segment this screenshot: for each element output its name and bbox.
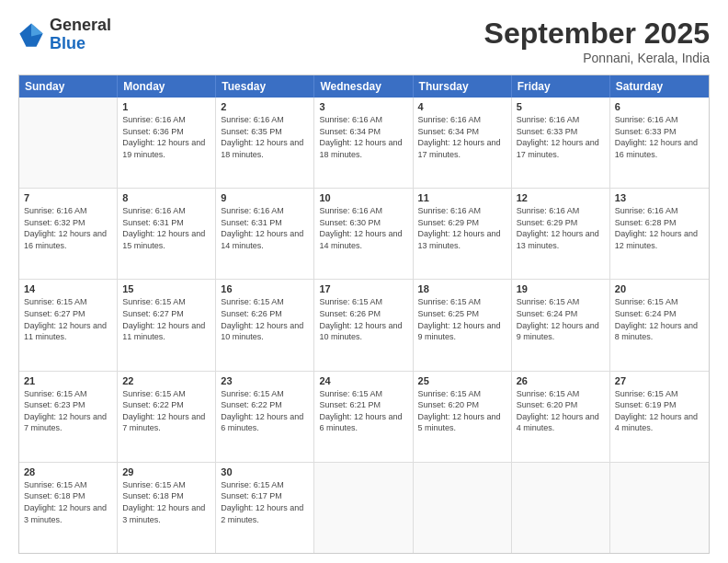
- table-row: 14Sunrise: 6:15 AM Sunset: 6:27 PM Dayli…: [19, 280, 118, 370]
- day-number: 16: [221, 283, 309, 294]
- logo: General Blue: [18, 17, 111, 53]
- day-number: 2: [221, 101, 309, 112]
- table-row: 1Sunrise: 6:16 AM Sunset: 6:36 PM Daylig…: [118, 98, 216, 188]
- logo-icon: [18, 22, 44, 48]
- day-header-tuesday: Tuesday: [216, 75, 314, 98]
- day-number: 8: [122, 192, 210, 203]
- day-number: 25: [418, 375, 506, 386]
- table-row: 29Sunrise: 6:15 AM Sunset: 6:18 PM Dayli…: [118, 463, 216, 553]
- week-row-2: 14Sunrise: 6:15 AM Sunset: 6:27 PM Dayli…: [19, 279, 709, 370]
- table-row: 13Sunrise: 6:16 AM Sunset: 6:28 PM Dayli…: [610, 189, 709, 279]
- table-row: 24Sunrise: 6:15 AM Sunset: 6:21 PM Dayli…: [314, 372, 413, 462]
- day-number: 1: [122, 101, 210, 112]
- table-row: 6Sunrise: 6:16 AM Sunset: 6:33 PM Daylig…: [610, 98, 709, 188]
- day-number: 30: [221, 466, 309, 477]
- table-row: 21Sunrise: 6:15 AM Sunset: 6:23 PM Dayli…: [19, 372, 118, 462]
- cell-info: Sunrise: 6:15 AM Sunset: 6:20 PM Dayligh…: [418, 388, 506, 434]
- day-number: 11: [418, 192, 506, 203]
- cell-info: Sunrise: 6:15 AM Sunset: 6:25 PM Dayligh…: [418, 296, 506, 342]
- cell-info: Sunrise: 6:15 AM Sunset: 6:18 PM Dayligh…: [24, 479, 112, 525]
- table-row: 3Sunrise: 6:16 AM Sunset: 6:34 PM Daylig…: [314, 98, 413, 188]
- day-number: 14: [24, 283, 112, 294]
- table-row: 12Sunrise: 6:16 AM Sunset: 6:29 PM Dayli…: [512, 189, 610, 279]
- header: General Blue September 2025 Ponnani, Ker…: [18, 17, 710, 65]
- day-number: 19: [517, 283, 605, 294]
- day-number: 23: [221, 375, 309, 386]
- cell-info: Sunrise: 6:15 AM Sunset: 6:22 PM Dayligh…: [122, 388, 210, 434]
- day-header-thursday: Thursday: [414, 75, 512, 98]
- day-header-wednesday: Wednesday: [314, 75, 413, 98]
- cell-info: Sunrise: 6:16 AM Sunset: 6:34 PM Dayligh…: [319, 114, 407, 160]
- location: Ponnani, Kerala, India: [484, 51, 710, 65]
- day-number: 17: [319, 283, 407, 294]
- calendar-header: SundayMondayTuesdayWednesdayThursdayFrid…: [19, 75, 709, 98]
- table-row: 18Sunrise: 6:15 AM Sunset: 6:25 PM Dayli…: [414, 280, 512, 370]
- table-row: 22Sunrise: 6:15 AM Sunset: 6:22 PM Dayli…: [118, 372, 216, 462]
- cell-info: Sunrise: 6:16 AM Sunset: 6:32 PM Dayligh…: [24, 205, 112, 251]
- cell-info: Sunrise: 6:15 AM Sunset: 6:26 PM Dayligh…: [221, 296, 309, 342]
- table-row: 7Sunrise: 6:16 AM Sunset: 6:32 PM Daylig…: [19, 189, 118, 279]
- table-row: 9Sunrise: 6:16 AM Sunset: 6:31 PM Daylig…: [216, 189, 314, 279]
- table-row: 26Sunrise: 6:15 AM Sunset: 6:20 PM Dayli…: [512, 372, 610, 462]
- day-number: 21: [24, 375, 112, 386]
- cell-info: Sunrise: 6:15 AM Sunset: 6:17 PM Dayligh…: [221, 479, 309, 525]
- day-number: 18: [418, 283, 506, 294]
- day-header-sunday: Sunday: [19, 75, 118, 98]
- table-row: 23Sunrise: 6:15 AM Sunset: 6:22 PM Dayli…: [216, 372, 314, 462]
- logo-line2: Blue: [50, 35, 111, 53]
- cell-info: Sunrise: 6:15 AM Sunset: 6:27 PM Dayligh…: [24, 296, 112, 342]
- calendar: SundayMondayTuesdayWednesdayThursdayFrid…: [18, 75, 710, 554]
- day-header-monday: Monday: [118, 75, 216, 98]
- day-number: 29: [122, 466, 210, 477]
- day-number: 27: [615, 375, 704, 386]
- day-number: 9: [221, 192, 309, 203]
- cell-info: Sunrise: 6:15 AM Sunset: 6:24 PM Dayligh…: [517, 296, 605, 342]
- cell-info: Sunrise: 6:15 AM Sunset: 6:20 PM Dayligh…: [517, 388, 605, 434]
- table-row: 19Sunrise: 6:15 AM Sunset: 6:24 PM Dayli…: [512, 280, 610, 370]
- week-row-1: 7Sunrise: 6:16 AM Sunset: 6:32 PM Daylig…: [19, 188, 709, 279]
- table-row: 20Sunrise: 6:15 AM Sunset: 6:24 PM Dayli…: [610, 280, 709, 370]
- cell-info: Sunrise: 6:16 AM Sunset: 6:36 PM Dayligh…: [122, 114, 210, 160]
- title-block: September 2025 Ponnani, Kerala, India: [484, 17, 710, 65]
- cell-info: Sunrise: 6:16 AM Sunset: 6:35 PM Dayligh…: [221, 114, 309, 160]
- table-row: 16Sunrise: 6:15 AM Sunset: 6:26 PM Dayli…: [216, 280, 314, 370]
- cell-info: Sunrise: 6:16 AM Sunset: 6:30 PM Dayligh…: [319, 205, 407, 251]
- table-row: 30Sunrise: 6:15 AM Sunset: 6:17 PM Dayli…: [216, 463, 314, 553]
- day-number: 5: [517, 101, 605, 112]
- cell-info: Sunrise: 6:16 AM Sunset: 6:33 PM Dayligh…: [517, 114, 605, 160]
- day-number: 15: [122, 283, 210, 294]
- day-number: 24: [319, 375, 407, 386]
- day-number: 26: [517, 375, 605, 386]
- table-row: [19, 98, 118, 188]
- day-number: 10: [319, 192, 407, 203]
- week-row-0: 1Sunrise: 6:16 AM Sunset: 6:36 PM Daylig…: [19, 98, 709, 188]
- table-row: 27Sunrise: 6:15 AM Sunset: 6:19 PM Dayli…: [610, 372, 709, 462]
- day-number: 7: [24, 192, 112, 203]
- day-number: 28: [24, 466, 112, 477]
- cell-info: Sunrise: 6:16 AM Sunset: 6:29 PM Dayligh…: [418, 205, 506, 251]
- cell-info: Sunrise: 6:15 AM Sunset: 6:22 PM Dayligh…: [221, 388, 309, 434]
- cell-info: Sunrise: 6:16 AM Sunset: 6:34 PM Dayligh…: [418, 114, 506, 160]
- cell-info: Sunrise: 6:15 AM Sunset: 6:18 PM Dayligh…: [122, 479, 210, 525]
- cell-info: Sunrise: 6:15 AM Sunset: 6:27 PM Dayligh…: [122, 296, 210, 342]
- table-row: 2Sunrise: 6:16 AM Sunset: 6:35 PM Daylig…: [216, 98, 314, 188]
- table-row: [610, 463, 709, 553]
- day-number: 3: [319, 101, 407, 112]
- logo-text: General Blue: [50, 17, 111, 53]
- table-row: 11Sunrise: 6:16 AM Sunset: 6:29 PM Dayli…: [414, 189, 512, 279]
- cell-info: Sunrise: 6:15 AM Sunset: 6:21 PM Dayligh…: [319, 388, 407, 434]
- cell-info: Sunrise: 6:15 AM Sunset: 6:24 PM Dayligh…: [615, 296, 704, 342]
- table-row: 17Sunrise: 6:15 AM Sunset: 6:26 PM Dayli…: [314, 280, 413, 370]
- cell-info: Sunrise: 6:16 AM Sunset: 6:31 PM Dayligh…: [221, 205, 309, 251]
- cell-info: Sunrise: 6:15 AM Sunset: 6:19 PM Dayligh…: [615, 388, 704, 434]
- day-header-saturday: Saturday: [610, 75, 709, 98]
- table-row: 5Sunrise: 6:16 AM Sunset: 6:33 PM Daylig…: [512, 98, 610, 188]
- week-row-3: 21Sunrise: 6:15 AM Sunset: 6:23 PM Dayli…: [19, 371, 709, 462]
- day-number: 12: [517, 192, 605, 203]
- cell-info: Sunrise: 6:16 AM Sunset: 6:28 PM Dayligh…: [615, 205, 704, 251]
- day-number: 20: [615, 283, 704, 294]
- cell-info: Sunrise: 6:16 AM Sunset: 6:33 PM Dayligh…: [615, 114, 704, 160]
- table-row: 8Sunrise: 6:16 AM Sunset: 6:31 PM Daylig…: [118, 189, 216, 279]
- table-row: [314, 463, 413, 553]
- cell-info: Sunrise: 6:15 AM Sunset: 6:23 PM Dayligh…: [24, 388, 112, 434]
